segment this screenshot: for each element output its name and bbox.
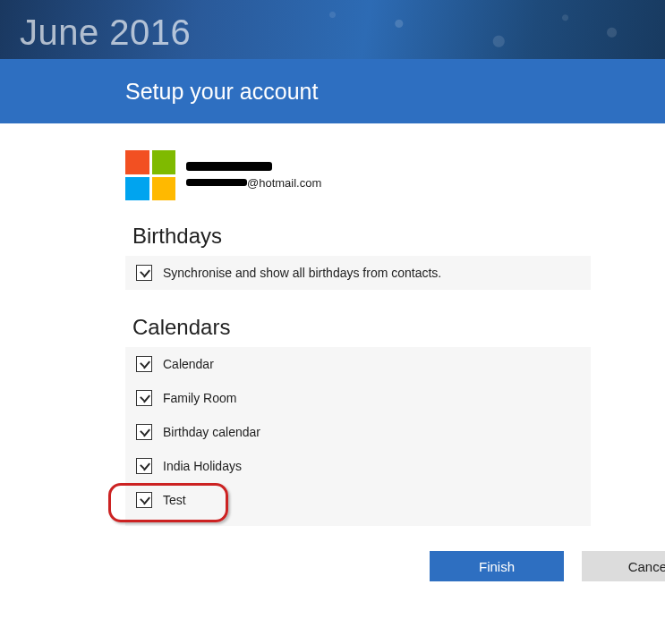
birthdays-sync-label: Synchronise and show all birthdays from …	[163, 266, 441, 280]
calendar-checkbox[interactable]	[136, 356, 152, 372]
calendar-row-calendar[interactable]: Calendar	[125, 347, 591, 381]
account-name-redacted	[186, 162, 272, 171]
calendar-checkbox[interactable]	[136, 492, 152, 508]
calendar-checkbox[interactable]	[136, 390, 152, 406]
birthdays-section-title: Birthdays	[132, 224, 665, 249]
calendar-label: Test	[163, 493, 186, 507]
calendar-label: Family Room	[163, 391, 236, 405]
calendar-checkbox[interactable]	[136, 458, 152, 474]
setup-banner: Setup your account	[0, 59, 665, 123]
calendars-section-title: Calendars	[132, 315, 665, 340]
account-texts: @hotmail.com	[186, 162, 321, 190]
button-bar: Finish Cancel	[125, 551, 665, 581]
calendar-row-test[interactable]: Test	[125, 483, 591, 517]
calendar-row-family-room[interactable]: Family Room	[125, 381, 591, 415]
birthdays-sync-checkbox[interactable]	[136, 265, 152, 281]
calendar-label: India Holidays	[163, 459, 242, 473]
calendar-label: Calendar	[163, 357, 214, 371]
banner-title: Setup your account	[125, 79, 318, 105]
cancel-button[interactable]: Cancel	[582, 551, 665, 581]
birthdays-group: Synchronise and show all birthdays from …	[125, 256, 591, 290]
calendars-group: Calendar Family Room Birthday calendar I…	[125, 347, 591, 526]
birthdays-sync-row[interactable]: Synchronise and show all birthdays from …	[125, 256, 591, 290]
calendar-row-birthday-calendar[interactable]: Birthday calendar	[125, 415, 591, 449]
content-area: @hotmail.com Birthdays Synchronise and s…	[0, 123, 665, 581]
account-header: @hotmail.com	[125, 150, 665, 200]
account-email-domain: @hotmail.com	[247, 176, 321, 190]
finish-button[interactable]: Finish	[430, 551, 564, 581]
hero-title: June 2016	[20, 13, 191, 53]
account-email-local-redacted	[186, 179, 247, 186]
calendar-checkbox[interactable]	[136, 424, 152, 440]
calendar-label: Birthday calendar	[163, 425, 260, 439]
calendar-row-india-holidays[interactable]: India Holidays	[125, 449, 591, 483]
account-email: @hotmail.com	[186, 176, 321, 190]
microsoft-logo-icon	[125, 150, 175, 200]
hero-banner: June 2016	[0, 0, 665, 59]
